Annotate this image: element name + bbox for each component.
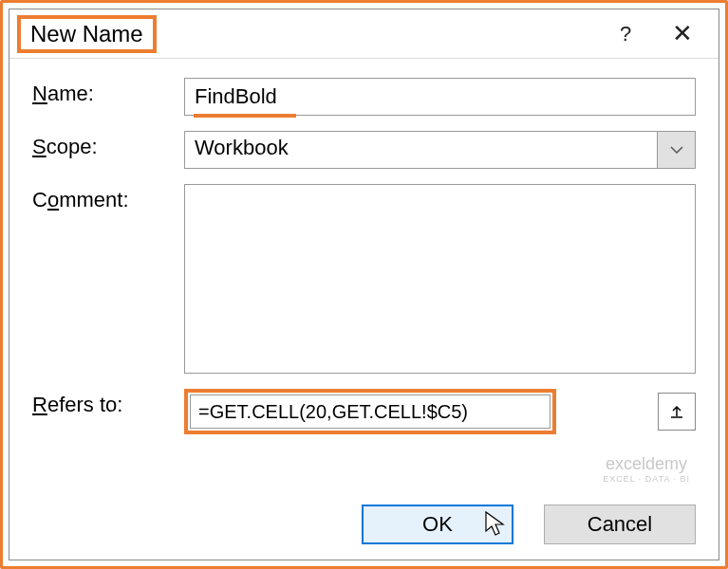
cancel-button[interactable]: Cancel (544, 505, 696, 544)
ok-button[interactable]: OK (362, 505, 513, 544)
scope-row: Scope: Workbook (32, 131, 696, 169)
refers-row: Refers to: (32, 389, 696, 434)
collapse-dialog-button[interactable] (658, 393, 696, 431)
scope-label: Scope: (32, 131, 165, 159)
comment-textarea[interactable] (184, 184, 696, 374)
close-icon: ✕ (672, 19, 693, 48)
comment-label: Comment: (32, 184, 165, 212)
help-icon: ? (620, 22, 631, 46)
dialog-title: New Name (17, 15, 157, 53)
name-row: Name: (32, 78, 696, 116)
highlight-frame: New Name ? ✕ Name: Scope: Workbook (0, 0, 728, 569)
cancel-label: Cancel (588, 512, 652, 537)
refers-input[interactable] (190, 395, 551, 429)
new-name-dialog: New Name ? ✕ Name: Scope: Workbook (9, 9, 719, 560)
scope-dropdown-button[interactable] (658, 131, 696, 169)
scope-value: Workbook (184, 131, 658, 169)
button-row: OK Cancel (9, 497, 719, 560)
collapse-icon (669, 404, 684, 419)
comment-row: Comment: (32, 184, 696, 374)
scope-select[interactable]: Workbook (184, 131, 696, 169)
titlebar: New Name ? ✕ (9, 9, 719, 59)
dialog-body: Name: Scope: Workbook Comment: (9, 59, 719, 497)
name-label: Name: (32, 78, 165, 106)
ok-label: OK (422, 512, 453, 537)
refers-wrap (184, 389, 696, 434)
close-button[interactable]: ✕ (654, 13, 711, 55)
refers-highlight (184, 389, 556, 434)
refers-label: Refers to: (32, 389, 165, 417)
name-field-wrap (184, 78, 696, 116)
chevron-down-icon (670, 146, 683, 154)
name-input[interactable] (184, 78, 696, 116)
help-button[interactable]: ? (597, 13, 654, 55)
